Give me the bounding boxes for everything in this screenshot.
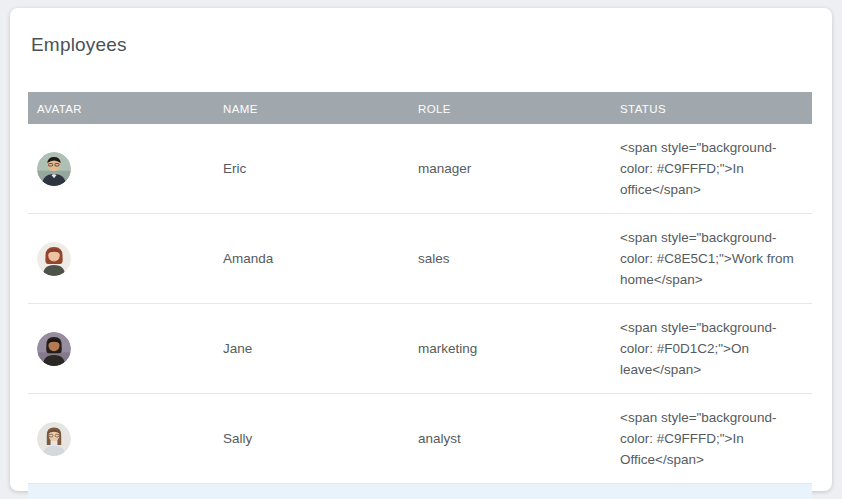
- avatar-jane-icon: [37, 332, 71, 366]
- cell-role: engineer: [409, 484, 611, 499]
- cell-status: <span style="background-color: #F0D1C2;"…: [611, 304, 812, 394]
- cell-name: Amanda: [214, 214, 409, 304]
- cell-name: Eric: [214, 124, 409, 214]
- column-header-status: STATUS: [611, 92, 812, 124]
- cell-role: manager: [409, 124, 611, 214]
- cell-status: <span style="background-color: #C9FFFD;"…: [611, 394, 812, 484]
- cell-status: <span style="background-color: #C8E5C1;"…: [611, 484, 812, 499]
- cell-role: marketing: [409, 304, 611, 394]
- cell-status: <span style="background-color: #C8E5C1;"…: [611, 214, 812, 304]
- table-row-eric[interactable]: Eric manager <span style="background-col…: [28, 124, 812, 214]
- avatar-amanda-icon: [37, 242, 71, 276]
- table-row-amanda[interactable]: Amanda sales <span style="background-col…: [28, 214, 812, 304]
- employees-card: Employees AVATAR NAME ROLE STATUS: [10, 8, 832, 491]
- page-title: Employees: [31, 34, 814, 56]
- column-header-name: NAME: [214, 92, 409, 124]
- table-row-sally[interactable]: Sally analyst <span style="background-co…: [28, 394, 812, 484]
- avatar-sally-icon: [37, 422, 71, 456]
- cell-role: sales: [409, 214, 611, 304]
- cell-role: analyst: [409, 394, 611, 484]
- column-header-avatar: AVATAR: [28, 92, 214, 124]
- table-row-jane[interactable]: Jane marketing <span style="background-c…: [28, 304, 812, 394]
- cell-name: Sally: [214, 394, 409, 484]
- table-row-brad[interactable]: Brad engineer <span style="background-co…: [28, 484, 812, 499]
- avatar-eric-icon: [37, 152, 71, 186]
- table-header: AVATAR NAME ROLE STATUS: [28, 92, 812, 124]
- cell-name: Jane: [214, 304, 409, 394]
- cell-name: Brad: [214, 484, 409, 499]
- column-header-role: ROLE: [409, 92, 611, 124]
- cell-status: <span style="background-color: #C9FFFD;"…: [611, 124, 812, 214]
- employees-table: AVATAR NAME ROLE STATUS: [28, 92, 812, 499]
